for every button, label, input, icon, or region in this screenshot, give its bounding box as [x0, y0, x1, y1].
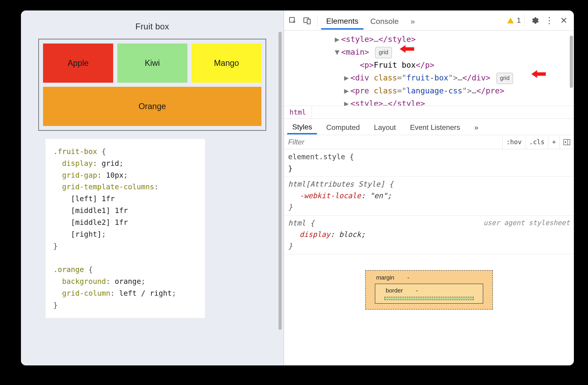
- fruit-box-grid: Apple Kiwi Mango Orange: [38, 39, 266, 131]
- boxmodel-margin-value: -: [407, 274, 409, 281]
- warnings-badge[interactable]: 1: [507, 16, 521, 25]
- fruit-mango: Mango: [191, 43, 262, 83]
- dom-node-main[interactable]: ▼<main> grid: [288, 45, 574, 58]
- fruit-apple: Apple: [43, 43, 113, 83]
- devtools-toolbar: Elements Console » 1 ⋮ ✕: [284, 10, 574, 31]
- grid-badge[interactable]: grid: [496, 73, 513, 84]
- rule-source: user agent stylesheet: [483, 217, 570, 228]
- code-block: .fruit-box { display: grid; grid-gap: 10…: [45, 139, 205, 318]
- kebab-menu-icon[interactable]: ⋮: [543, 14, 556, 27]
- boxmodel-margin-label: margin: [376, 274, 394, 281]
- subtab-styles[interactable]: Styles: [287, 119, 317, 134]
- box-model-diagram[interactable]: margin - border -: [284, 254, 574, 309]
- subtab-event-listeners[interactable]: Event Listeners: [405, 120, 465, 134]
- annotation-arrow-icon: [531, 70, 546, 78]
- dom-node-style[interactable]: ▶<style>…</style>: [288, 97, 574, 106]
- page-title: Fruit box: [38, 22, 266, 31]
- dom-node-p[interactable]: <p>Fruit box</p>: [288, 59, 574, 71]
- rule-prop: display: [299, 230, 330, 239]
- hov-toggle[interactable]: :hov: [502, 135, 525, 149]
- device-toolbar-icon[interactable]: [301, 14, 314, 27]
- annotation-arrow-icon: [400, 45, 414, 53]
- fruit-orange: Orange: [43, 87, 261, 126]
- scrollbar[interactable]: [278, 32, 282, 330]
- warnings-count: 1: [517, 16, 521, 25]
- rule-selector: html {: [288, 219, 315, 227]
- styles-filter-row: :hov .cls +: [284, 135, 574, 149]
- rule-prop: -webkit-locale: [299, 191, 361, 200]
- rule-selector: element.style {: [288, 152, 354, 161]
- tab-more[interactable]: »: [406, 11, 420, 29]
- styles-subtabs: Styles Computed Layout Event Listeners »: [284, 119, 574, 135]
- subtab-computed[interactable]: Computed: [321, 120, 365, 134]
- rule-value: "en": [370, 191, 387, 200]
- subtab-more[interactable]: »: [469, 120, 483, 134]
- grid-badge[interactable]: grid: [375, 47, 392, 58]
- toolbar-separator: [525, 14, 525, 27]
- elements-tree[interactable]: ▶<style>…</style> ▼<main> grid <p>Fruit …: [284, 31, 574, 106]
- close-icon[interactable]: ✕: [557, 14, 570, 27]
- tab-elements[interactable]: Elements: [321, 11, 363, 30]
- toolbar-separator: [317, 14, 317, 27]
- devtools-pane: Elements Console » 1 ⋮ ✕ ▶<style>…</styl…: [284, 10, 574, 365]
- new-rule-button[interactable]: +: [548, 135, 560, 149]
- dom-node-pre[interactable]: ▶<pre class="language-css">…</pre>: [288, 84, 574, 97]
- breadcrumb-item[interactable]: html: [284, 106, 312, 118]
- rendered-page-pane: Fruit box Apple Kiwi Mango Orange .fruit…: [21, 10, 284, 365]
- svg-rect-3: [564, 139, 570, 145]
- style-rule-html-attr[interactable]: html[Attributes Style] { -webkit-locale:…: [284, 176, 574, 215]
- rule-value: block: [339, 230, 361, 239]
- dom-node-div-fruitbox[interactable]: ▶<div class="fruit-box">…</div> grid: [288, 71, 574, 84]
- css-code-pre: .fruit-box { display: grid; grid-gap: 10…: [53, 146, 197, 311]
- rule-selector: html[Attributes Style] {: [288, 180, 393, 188]
- fruit-kiwi: Kiwi: [117, 43, 188, 83]
- devtools-window: Fruit box Apple Kiwi Mango Orange .fruit…: [21, 10, 574, 365]
- style-rule-element[interactable]: element.style { }: [284, 149, 574, 176]
- boxmodel-border-value: -: [416, 287, 418, 294]
- cls-toggle[interactable]: .cls: [525, 135, 548, 149]
- boxmodel-border-label: border: [386, 287, 403, 294]
- sidebar-toggle-icon[interactable]: [560, 135, 574, 149]
- subtab-layout[interactable]: Layout: [369, 120, 401, 134]
- style-rule-html-ua[interactable]: user agent stylesheethtml { display: blo…: [284, 215, 574, 255]
- dom-node-style[interactable]: ▶<style>…</style>: [288, 33, 574, 45]
- settings-gear-icon[interactable]: [528, 14, 541, 27]
- tab-console[interactable]: Console: [365, 11, 404, 29]
- boxmodel-padding: [384, 297, 474, 300]
- styles-filter-input[interactable]: [284, 135, 502, 149]
- inspect-element-icon[interactable]: [286, 14, 299, 27]
- styles-rules-pane[interactable]: element.style { } html[Attributes Style]…: [284, 149, 574, 365]
- svg-rect-2: [307, 19, 310, 24]
- breadcrumb: html: [284, 106, 574, 119]
